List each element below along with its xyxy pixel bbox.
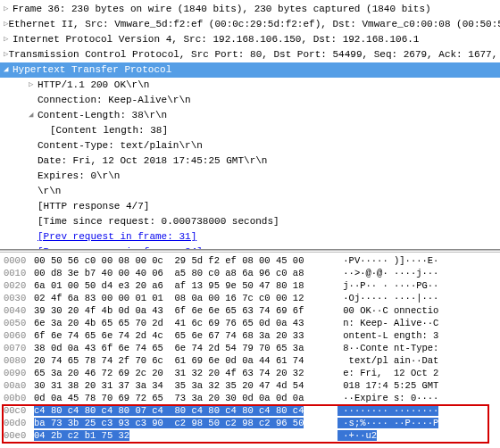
http-date[interactable]: Date: Fri, 12 Oct 2018 17:45:25 GMT\r\n [0, 153, 500, 169]
hex-row[interactable]: 00b00d 0a 45 78 70 69 72 65 73 3a 20 30 … [4, 392, 496, 404]
http-content-length-value[interactable]: [Content length: 38] [0, 123, 500, 138]
hex-row[interactable]: 00506e 3a 20 4b 65 65 70 2d 41 6c 69 76 … [4, 317, 496, 329]
hex-row[interactable]: 007038 0d 0a 43 6f 6e 74 65 6e 74 2d 54 … [4, 342, 496, 354]
packet-details-pane[interactable]: ▷Frame 36: 230 bytes on wire (1840 bits)… [0, 0, 500, 250]
http-status[interactable]: ▷HTTP/1.1 200 OK\r\n [0, 78, 500, 93]
ip-layer[interactable]: ▷Internet Protocol Version 4, Src: 192.1… [0, 32, 500, 47]
hex-row-selected[interactable]: 00d0ba 73 3b 25 c3 93 c3 90 c2 98 50 c2 … [4, 417, 496, 429]
http-time-since[interactable]: [Time since request: 0.000738000 seconds… [0, 214, 500, 229]
hex-row[interactable]: 00606f 6e 74 65 6e 74 2d 4c 65 6e 67 74 … [4, 329, 496, 342]
hex-row-selected[interactable]: 00c0c4 80 c4 80 c4 80 07 c4 80 c4 80 c4 … [4, 404, 496, 417]
hex-row[interactable]: 001000 d8 3e b7 40 00 40 06 a5 80 c0 a8 … [4, 267, 496, 279]
http-connection[interactable]: Connection: Keep-Alive\r\n [0, 93, 500, 108]
hex-row[interactable]: 009065 3a 20 46 72 69 2c 20 31 32 20 4f … [4, 367, 496, 379]
http-prev-request[interactable]: [Prev request in frame: 31] [0, 229, 500, 245]
hex-row[interactable]: 004039 30 20 4f 4b 0d 0a 43 6f 6e 6e 65 … [4, 304, 496, 317]
http-content-type[interactable]: Content-Type: text/plain\r\n [0, 138, 500, 153]
http-layer[interactable]: ◢Hypertext Transfer Protocol [0, 62, 500, 78]
hex-row-selected[interactable]: 00e004 2b c2 b1 75 32 ·+··u2 [4, 429, 496, 442]
ethernet-layer[interactable]: ▷Ethernet II, Src: Vmware_5d:f2:ef (00:0… [0, 17, 500, 32]
packet-bytes-pane[interactable]: 000000 50 56 c0 00 08 00 0c 29 5d f2 ef … [0, 253, 500, 444]
hex-row[interactable]: 000000 50 56 c0 00 08 00 0c 29 5d f2 ef … [4, 254, 496, 267]
http-crlf[interactable]: \r\n [0, 184, 500, 199]
hex-row[interactable]: 008020 74 65 78 74 2f 70 6c 61 69 6e 0d … [4, 354, 496, 367]
http-response-num[interactable]: [HTTP response 4/7] [0, 199, 500, 214]
frame-summary[interactable]: ▷Frame 36: 230 bytes on wire (1840 bits)… [0, 2, 500, 17]
hex-row[interactable]: 00a030 31 38 20 31 37 3a 34 35 3a 32 35 … [4, 379, 496, 392]
hex-row[interactable]: 00206a 01 00 50 d4 e3 20 a6 af 13 95 9e … [4, 279, 496, 292]
http-expires[interactable]: Expires: 0\r\n [0, 169, 500, 184]
http-content-length[interactable]: ◢Content-Length: 38\r\n [0, 108, 500, 123]
tcp-layer[interactable]: ▷Transmission Control Protocol, Src Port… [0, 47, 500, 62]
hex-row[interactable]: 003002 4f 6a 83 00 00 01 01 08 0a 00 16 … [4, 292, 496, 304]
